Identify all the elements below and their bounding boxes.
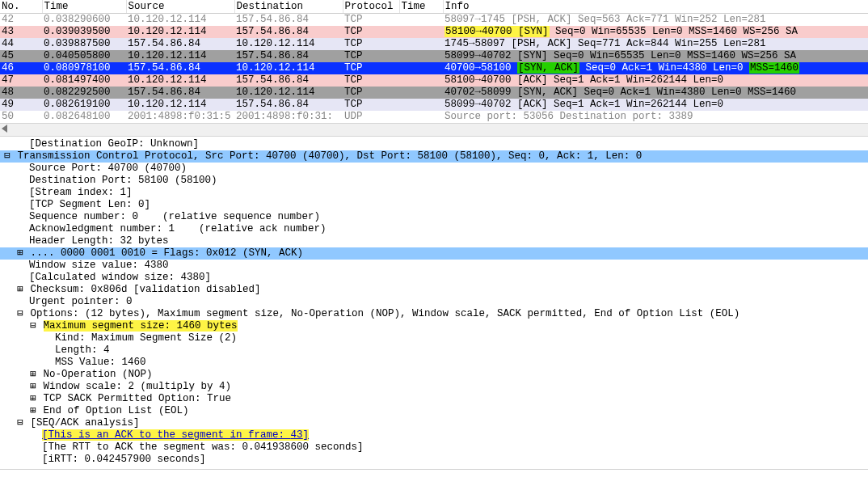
tree-collapse-icon[interactable]: ⊟ (16, 417, 24, 429)
table-row[interactable]: 50 0.082648100 2001:4898:f0:31:5 2001:48… (0, 111, 868, 123)
cell-no: 48 (0, 87, 42, 99)
cell-info: 40702→58099 [SYN, ACK] Seq=0 Ack=1 Win=4… (443, 87, 868, 99)
tree-expand-icon[interactable]: ⊞ (29, 381, 37, 393)
cell-time: 0.081497400 (42, 74, 126, 87)
tree-collapse-icon[interactable]: ⊟ (3, 150, 11, 163)
col-time[interactable]: Time (42, 0, 126, 14)
cell-dst: 157.54.86.84 (234, 26, 343, 38)
cell-t2 (399, 111, 443, 123)
table-row[interactable]: 45 0.040505800 10.120.12.114 157.54.86.8… (0, 50, 868, 62)
tree-expand-icon[interactable]: ⊞ (29, 393, 37, 405)
detail-ack-no[interactable]: Acknowledgment number: 1 (relative ack n… (0, 223, 868, 235)
ack-to-frame-no[interactable]: 43 (291, 429, 303, 441)
cell-no: 50 (0, 111, 42, 123)
detail-tcp-seg-len[interactable]: [TCP Segment Len: 0] (0, 199, 868, 211)
detail-nop[interactable]: ⊞ No-Operation (NOP) (0, 369, 868, 381)
cell-proto: TCP (343, 74, 399, 87)
cell-dst: 10.120.12.114 (234, 87, 343, 99)
cell-dst: 157.54.86.84 (234, 14, 343, 27)
col-proto[interactable]: Protocol (343, 0, 399, 14)
info-lead: 40700→58100 (445, 62, 517, 74)
detail-rtt[interactable]: [The RTT to ACK the segment was: 0.04193… (0, 441, 868, 454)
tree-expand-icon[interactable]: ⊞ (29, 405, 37, 417)
cell-src: 10.120.12.114 (126, 74, 234, 87)
detail-calc-win[interactable]: [Calculated window size: 4380] (0, 272, 868, 284)
cell-dst: 10.120.12.114 (234, 62, 343, 74)
horizontal-scrollbar[interactable] (0, 123, 868, 137)
cell-proto: TCP (343, 26, 399, 38)
ack-to-highlight: [This is an ACK to the segment in frame:… (42, 429, 309, 441)
cell-proto: TCP (343, 50, 399, 62)
tree-expand-icon[interactable]: ⊞ (29, 369, 37, 381)
cell-no: 45 (0, 50, 42, 62)
cell-t2 (399, 38, 443, 50)
tree-expand-icon[interactable]: ⊞ (16, 247, 24, 260)
cell-proto: TCP (343, 14, 399, 27)
cell-time: 0.038290600 (42, 14, 126, 27)
cell-t2 (399, 74, 443, 87)
table-row[interactable]: 44 0.039887500 157.54.86.84 10.120.12.11… (0, 38, 868, 50)
col-info[interactable]: Info (443, 0, 868, 14)
cell-src: 10.120.12.114 (126, 14, 234, 27)
packet-list-table[interactable]: No. Time Source Destination Protocol Tim… (0, 0, 868, 123)
info-mid: Seq=0 Ack=1 Win=4380 Len=0 (579, 62, 749, 74)
cell-proto: TCP (343, 87, 399, 99)
col-src[interactable]: Source (126, 0, 234, 14)
table-row[interactable]: 48 0.082292500 157.54.86.84 10.120.12.11… (0, 87, 868, 99)
packet-detail-tree[interactable]: [Destination GeoIP: Unknown] ⊟ Transmiss… (0, 137, 868, 470)
detail-ack-to-frame[interactable]: [This is an ACK to the segment in frame:… (0, 429, 868, 441)
detail-window-scale[interactable]: ⊞ Window scale: 2 (multiply by 4) (0, 381, 868, 393)
detail-urgent-ptr[interactable]: Urgent pointer: 0 (0, 296, 868, 308)
detail-options[interactable]: ⊟ Options: (12 bytes), Maximum segment s… (0, 308, 868, 320)
detail-flags[interactable]: ⊞ .... 0000 0001 0010 = Flags: 0x012 (SY… (0, 247, 868, 260)
cell-no: 43 (0, 26, 42, 38)
table-row-selected[interactable]: 46 0.080978100 157.54.86.84 10.120.12.11… (0, 62, 868, 74)
cell-info: 58099→40702 [SYN] Seq=0 Win=65535 Len=0 … (443, 50, 868, 62)
detail-header-len[interactable]: Header Length: 32 bytes (0, 235, 868, 247)
detail-seq-no[interactable]: Sequence number: 0 (relative sequence nu… (0, 211, 868, 223)
scroll-left-icon[interactable] (2, 125, 7, 133)
detail-win-size[interactable]: Window size value: 4380 (0, 260, 868, 272)
detail-checksum[interactable]: ⊞ Checksum: 0x806d [validation disabled] (0, 284, 868, 296)
detail-mss[interactable]: ⊟ Maximum segment size: 1460 bytes (0, 320, 868, 332)
detail-src-port[interactable]: Source Port: 40700 (40700) (0, 163, 868, 175)
detail-tcp-root[interactable]: ⊟ Transmission Control Protocol, Src Por… (0, 150, 868, 163)
cell-time: 0.039039500 (42, 26, 126, 38)
cell-t2 (399, 26, 443, 38)
cell-t2 (399, 99, 443, 111)
cell-src: 157.54.86.84 (126, 62, 234, 74)
cell-info: 58099→40702 [ACK] Seq=1 Ack=1 Win=262144… (443, 99, 868, 111)
detail-mss-length[interactable]: Length: 4 (0, 344, 868, 357)
table-row[interactable]: 47 0.081497400 10.120.12.114 157.54.86.8… (0, 74, 868, 87)
col-dst[interactable]: Destination (234, 0, 343, 14)
info-highlight: 58100→40700 [SYN] (445, 26, 550, 37)
ack-to-link-text[interactable]: [This is an ACK to the segment in frame: (42, 429, 291, 441)
detail-sack-perm[interactable]: ⊞ TCP SACK Permitted Option: True (0, 393, 868, 405)
info-tail: Seq=0 Win=65535 Len=0 MSS=1460 WS=256 SA (550, 26, 798, 37)
table-row[interactable]: 43 0.039039500 10.120.12.114 157.54.86.8… (0, 26, 868, 38)
cell-dst: 157.54.86.84 (234, 74, 343, 87)
tree-collapse-icon[interactable]: ⊟ (29, 320, 37, 332)
detail-dst-port[interactable]: Destination Port: 58100 (58100) (0, 175, 868, 187)
detail-stream-index[interactable]: [Stream index: 1] (0, 187, 868, 199)
detail-mss-value[interactable]: MSS Value: 1460 (0, 357, 868, 369)
cell-src: 157.54.86.84 (126, 87, 234, 99)
cell-time: 0.082619100 (42, 99, 126, 111)
mss-highlight: Maximum segment size: 1460 bytes (44, 320, 238, 332)
detail-seqack-analysis[interactable]: ⊟ [SEQ/ACK analysis] (0, 417, 868, 429)
table-row[interactable]: 49 0.082619100 10.120.12.114 157.54.86.8… (0, 99, 868, 111)
tree-collapse-icon[interactable]: ⊟ (16, 308, 24, 320)
cell-time: 0.082648100 (42, 111, 126, 123)
table-row[interactable]: 42 0.038290600 10.120.12.114 157.54.86.8… (0, 14, 868, 27)
cell-src: 157.54.86.84 (126, 38, 234, 50)
detail-irtt[interactable]: [iRTT: 0.042457900 seconds] (0, 454, 868, 466)
detail-mss-kind[interactable]: Kind: Maximum Segment Size (2) (0, 332, 868, 344)
detail-geoip[interactable]: [Destination GeoIP: Unknown] (0, 138, 868, 150)
col-no[interactable]: No. (0, 0, 42, 14)
col-time2[interactable]: Time (399, 0, 443, 14)
column-headers[interactable]: No. Time Source Destination Protocol Tim… (0, 0, 868, 14)
detail-eol[interactable]: ⊞ End of Option List (EOL) (0, 405, 868, 417)
cell-proto: UDP (343, 111, 399, 123)
ack-to-close[interactable]: ] (303, 429, 310, 441)
tree-expand-icon[interactable]: ⊞ (16, 284, 24, 296)
